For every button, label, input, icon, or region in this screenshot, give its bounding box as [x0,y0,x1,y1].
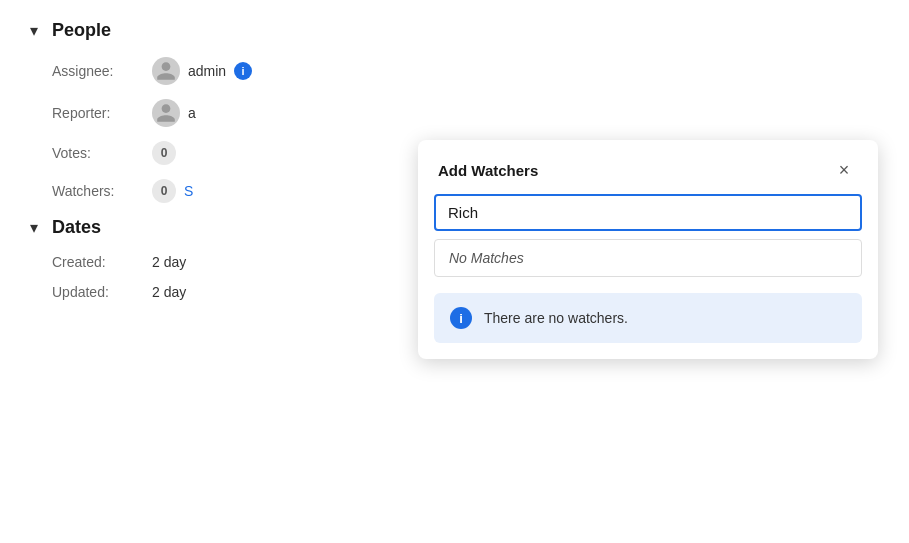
modal-close-button[interactable]: × [830,156,858,184]
created-value: 2 day [152,254,186,270]
dates-section-title: Dates [52,217,101,238]
updated-label: Updated: [52,284,152,300]
watchers-label: Watchers: [52,183,152,199]
votes-badge[interactable]: 0 [152,141,176,165]
votes-value: 0 [152,141,176,165]
start-watching-link[interactable]: S [184,183,193,199]
add-watchers-modal: Add Watchers × No Matches i There are no… [418,140,878,359]
no-matches-item: No Matches [435,240,861,276]
reporter-label: Reporter: [52,105,152,121]
watcher-info-icon: i [450,307,472,329]
created-label: Created: [52,254,152,270]
assignee-value: admin i [152,57,252,85]
people-chevron-icon[interactable]: ▾ [24,21,44,41]
assignee-info-icon[interactable]: i [234,62,252,80]
avatar-icon [155,60,177,82]
votes-label: Votes: [52,145,152,161]
modal-title: Add Watchers [438,162,538,179]
assignee-label: Assignee: [52,63,152,79]
watchers-value: 0 S [152,179,193,203]
people-section-header: ▾ People [24,20,885,41]
search-wrapper [418,194,878,235]
reporter-value: a [152,99,196,127]
assignee-name: admin [188,63,226,79]
modal-header: Add Watchers × [418,140,878,194]
reporter-row: Reporter: a [24,99,885,127]
assignee-row: Assignee: admin i [24,57,885,85]
reporter-avatar-icon [155,102,177,124]
search-dropdown: No Matches [434,239,862,277]
reporter-avatar [152,99,180,127]
watcher-info-box: i There are no watchers. [434,293,862,343]
assignee-avatar [152,57,180,85]
watcher-info-text: There are no watchers. [484,310,628,326]
dates-chevron-icon[interactable]: ▾ [24,218,44,238]
reporter-initial: a [188,105,196,121]
updated-value: 2 day [152,284,186,300]
watchers-badge[interactable]: 0 [152,179,176,203]
people-section-title: People [52,20,111,41]
watcher-search-input[interactable] [434,194,862,231]
